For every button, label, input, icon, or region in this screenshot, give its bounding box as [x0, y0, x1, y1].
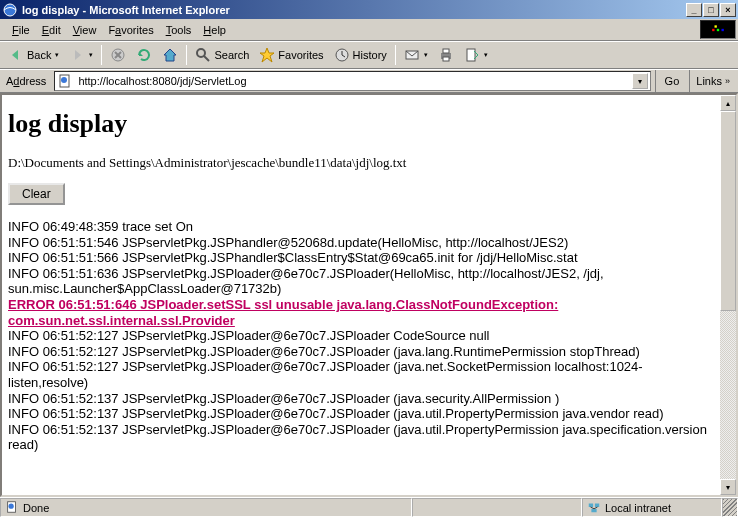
mail-button[interactable]: ▾ — [400, 44, 432, 66]
menu-tools[interactable]: Tools — [160, 22, 198, 38]
page-icon — [57, 73, 73, 89]
history-label: History — [353, 49, 387, 61]
status-text: Done — [23, 502, 49, 514]
scroll-down-arrow[interactable]: ▾ — [720, 479, 736, 495]
log-line: INFO 06:51:51:546 JSPservletPkg.JSPhandl… — [8, 235, 714, 251]
svg-rect-17 — [467, 49, 475, 61]
dropdown-arrow-icon: ▾ — [484, 51, 488, 59]
menu-bar: File Edit View Favorites Tools Help — [0, 19, 738, 41]
status-left-panel: Done — [0, 498, 412, 517]
edit-icon — [464, 47, 480, 63]
address-input[interactable] — [76, 74, 628, 88]
refresh-icon — [136, 47, 152, 63]
svg-line-9 — [204, 56, 209, 61]
page-icon — [5, 500, 19, 516]
forward-button[interactable]: ▾ — [65, 44, 97, 66]
refresh-button[interactable] — [132, 44, 156, 66]
window-title: log display - Microsoft Internet Explore… — [22, 4, 686, 16]
svg-rect-22 — [589, 503, 593, 507]
edit-button[interactable]: ▾ — [460, 44, 492, 66]
mail-icon — [404, 47, 420, 63]
content-pane: log display D:\Documents and Settings\Ad… — [0, 93, 738, 497]
log-error-line: ERROR 06:51:51:646 JSPloader.setSSL ssl … — [8, 297, 714, 328]
log-line: INFO 06:51:51:566 JSPservletPkg.JSPhandl… — [8, 250, 714, 266]
svg-rect-23 — [595, 503, 599, 507]
close-button[interactable]: × — [720, 3, 736, 17]
svg-point-0 — [4, 4, 16, 16]
ie-throbber — [700, 20, 736, 39]
back-icon — [8, 47, 24, 63]
status-zone-panel: Local intranet — [582, 498, 722, 517]
svg-point-21 — [9, 503, 14, 508]
links-button[interactable]: Links » — [689, 70, 736, 92]
svg-rect-15 — [443, 49, 449, 53]
status-zone: Local intranet — [605, 502, 671, 514]
log-line: INFO 06:51:52:127 JSPservletPkg.JSPloade… — [8, 359, 714, 390]
log-line: INFO 06:49:48:359 trace set On — [8, 219, 714, 235]
print-button[interactable] — [434, 44, 458, 66]
toolbar-separator — [101, 45, 102, 65]
links-label: Links — [696, 75, 722, 87]
address-field[interactable]: ▾ — [54, 71, 650, 91]
log-lines: INFO 06:49:48:359 trace set OnINFO 06:51… — [8, 219, 714, 453]
resize-grip[interactable] — [722, 498, 738, 517]
ie-app-icon — [2, 2, 18, 18]
go-label: Go — [665, 75, 680, 87]
svg-line-26 — [594, 507, 598, 509]
log-line: INFO 06:51:51:636 JSPservletPkg.JSPloade… — [8, 266, 714, 297]
favorites-button[interactable]: Favorites — [255, 44, 327, 66]
back-label: Back — [27, 49, 51, 61]
svg-point-8 — [197, 49, 205, 57]
home-icon — [162, 47, 178, 63]
log-line: INFO 06:51:52:137 JSPservletPkg.JSPloade… — [8, 391, 714, 407]
stop-button[interactable] — [106, 44, 130, 66]
log-line: INFO 06:51:52:127 JSPservletPkg.JSPloade… — [8, 344, 714, 360]
vertical-scrollbar[interactable]: ▴ ▾ — [720, 95, 736, 495]
svg-point-19 — [61, 77, 67, 83]
dropdown-arrow-icon: ▾ — [55, 51, 59, 59]
scroll-up-arrow[interactable]: ▴ — [720, 95, 736, 111]
window-titlebar: log display - Microsoft Internet Explore… — [0, 0, 738, 19]
scroll-track[interactable] — [720, 111, 736, 479]
menu-view[interactable]: View — [67, 22, 103, 38]
svg-rect-24 — [591, 508, 596, 512]
page-content: log display D:\Documents and Settings\Ad… — [2, 95, 720, 495]
log-line: INFO 06:51:52:127 JSPservletPkg.JSPloade… — [8, 328, 714, 344]
menu-edit[interactable]: Edit — [36, 22, 67, 38]
go-button[interactable]: Go — [655, 70, 686, 92]
page-heading: log display — [8, 109, 714, 139]
address-dropdown-arrow[interactable]: ▾ — [632, 73, 648, 89]
search-button[interactable]: Search — [191, 44, 253, 66]
svg-rect-16 — [443, 57, 449, 61]
log-line: INFO 06:51:52:137 JSPservletPkg.JSPloade… — [8, 422, 714, 453]
dropdown-arrow-icon: ▾ — [89, 51, 93, 59]
svg-rect-1 — [712, 28, 714, 30]
chevron-right-icon: » — [725, 76, 730, 86]
toolbar-separator — [395, 45, 396, 65]
home-button[interactable] — [158, 44, 182, 66]
log-line: INFO 06:51:52:137 JSPservletPkg.JSPloade… — [8, 406, 714, 422]
menu-file[interactable]: File — [6, 22, 36, 38]
svg-rect-4 — [715, 25, 717, 27]
minimize-button[interactable]: _ — [686, 3, 702, 17]
search-icon — [195, 47, 211, 63]
clear-button[interactable]: Clear — [8, 183, 65, 205]
stop-icon — [110, 47, 126, 63]
status-mid-panel — [412, 498, 582, 517]
forward-icon — [69, 47, 85, 63]
address-bar: Address ▾ Go Links » — [0, 69, 738, 93]
intranet-icon — [587, 500, 601, 516]
favorites-icon — [259, 47, 275, 63]
svg-rect-3 — [722, 28, 724, 30]
history-icon — [334, 47, 350, 63]
maximize-button[interactable]: □ — [703, 3, 719, 17]
menu-help[interactable]: Help — [197, 22, 232, 38]
history-button[interactable]: History — [330, 44, 391, 66]
menu-favorites[interactable]: Favorites — [102, 22, 159, 38]
toolbar-separator — [186, 45, 187, 65]
dropdown-arrow-icon: ▾ — [424, 51, 428, 59]
svg-rect-2 — [717, 28, 719, 30]
back-button[interactable]: Back ▾ — [4, 44, 63, 66]
scroll-thumb[interactable] — [720, 111, 736, 311]
search-label: Search — [214, 49, 249, 61]
